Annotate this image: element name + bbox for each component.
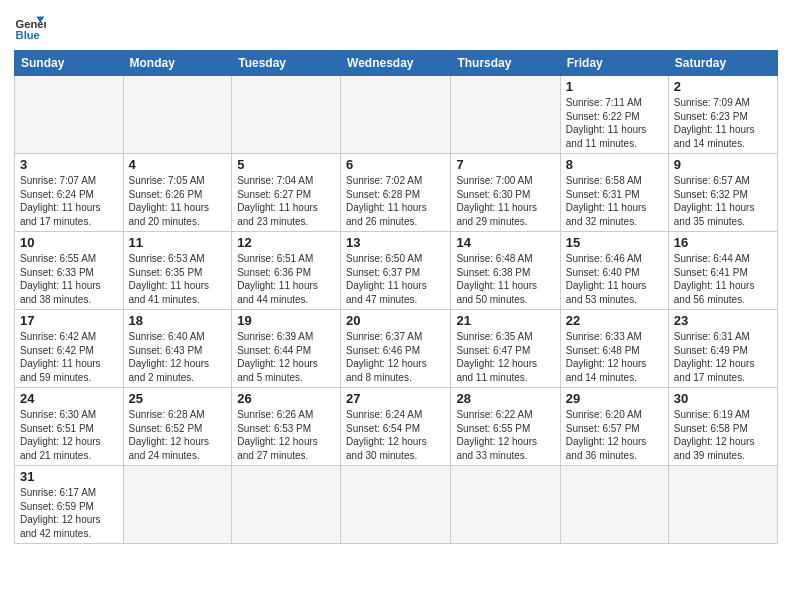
col-header-saturday: Saturday — [668, 51, 777, 76]
day-info: Sunrise: 6:51 AM Sunset: 6:36 PM Dayligh… — [237, 252, 335, 306]
day-info: Sunrise: 7:07 AM Sunset: 6:24 PM Dayligh… — [20, 174, 118, 228]
day-info: Sunrise: 6:46 AM Sunset: 6:40 PM Dayligh… — [566, 252, 663, 306]
day-number: 3 — [20, 157, 118, 172]
day-info: Sunrise: 7:11 AM Sunset: 6:22 PM Dayligh… — [566, 96, 663, 150]
day-number: 31 — [20, 469, 118, 484]
week-row-1: 3Sunrise: 7:07 AM Sunset: 6:24 PM Daylig… — [15, 154, 778, 232]
day-info: Sunrise: 7:04 AM Sunset: 6:27 PM Dayligh… — [237, 174, 335, 228]
calendar-cell: 1Sunrise: 7:11 AM Sunset: 6:22 PM Daylig… — [560, 76, 668, 154]
week-row-4: 24Sunrise: 6:30 AM Sunset: 6:51 PM Dayli… — [15, 388, 778, 466]
calendar-cell: 2Sunrise: 7:09 AM Sunset: 6:23 PM Daylig… — [668, 76, 777, 154]
calendar-cell: 30Sunrise: 6:19 AM Sunset: 6:58 PM Dayli… — [668, 388, 777, 466]
calendar-cell — [451, 466, 560, 544]
day-info: Sunrise: 7:02 AM Sunset: 6:28 PM Dayligh… — [346, 174, 445, 228]
day-number: 1 — [566, 79, 663, 94]
day-info: Sunrise: 6:30 AM Sunset: 6:51 PM Dayligh… — [20, 408, 118, 462]
day-number: 5 — [237, 157, 335, 172]
week-row-5: 31Sunrise: 6:17 AM Sunset: 6:59 PM Dayli… — [15, 466, 778, 544]
day-number: 30 — [674, 391, 772, 406]
calendar-cell: 5Sunrise: 7:04 AM Sunset: 6:27 PM Daylig… — [232, 154, 341, 232]
day-number: 26 — [237, 391, 335, 406]
calendar-cell — [341, 76, 451, 154]
day-number: 12 — [237, 235, 335, 250]
col-header-wednesday: Wednesday — [341, 51, 451, 76]
calendar-table: SundayMondayTuesdayWednesdayThursdayFrid… — [14, 50, 778, 544]
day-number: 9 — [674, 157, 772, 172]
calendar-cell: 16Sunrise: 6:44 AM Sunset: 6:41 PM Dayli… — [668, 232, 777, 310]
day-number: 15 — [566, 235, 663, 250]
day-number: 29 — [566, 391, 663, 406]
calendar-cell: 14Sunrise: 6:48 AM Sunset: 6:38 PM Dayli… — [451, 232, 560, 310]
day-number: 17 — [20, 313, 118, 328]
calendar-cell: 19Sunrise: 6:39 AM Sunset: 6:44 PM Dayli… — [232, 310, 341, 388]
week-row-0: 1Sunrise: 7:11 AM Sunset: 6:22 PM Daylig… — [15, 76, 778, 154]
day-info: Sunrise: 6:22 AM Sunset: 6:55 PM Dayligh… — [456, 408, 554, 462]
day-info: Sunrise: 6:55 AM Sunset: 6:33 PM Dayligh… — [20, 252, 118, 306]
calendar-cell — [341, 466, 451, 544]
day-info: Sunrise: 7:09 AM Sunset: 6:23 PM Dayligh… — [674, 96, 772, 150]
day-number: 16 — [674, 235, 772, 250]
day-info: Sunrise: 6:44 AM Sunset: 6:41 PM Dayligh… — [674, 252, 772, 306]
calendar-cell — [232, 76, 341, 154]
day-info: Sunrise: 6:57 AM Sunset: 6:32 PM Dayligh… — [674, 174, 772, 228]
calendar-cell: 31Sunrise: 6:17 AM Sunset: 6:59 PM Dayli… — [15, 466, 124, 544]
calendar-cell: 21Sunrise: 6:35 AM Sunset: 6:47 PM Dayli… — [451, 310, 560, 388]
day-info: Sunrise: 6:50 AM Sunset: 6:37 PM Dayligh… — [346, 252, 445, 306]
calendar-cell: 23Sunrise: 6:31 AM Sunset: 6:49 PM Dayli… — [668, 310, 777, 388]
day-number: 8 — [566, 157, 663, 172]
day-info: Sunrise: 6:40 AM Sunset: 6:43 PM Dayligh… — [129, 330, 227, 384]
calendar-cell — [668, 466, 777, 544]
calendar-cell: 18Sunrise: 6:40 AM Sunset: 6:43 PM Dayli… — [123, 310, 232, 388]
day-info: Sunrise: 6:24 AM Sunset: 6:54 PM Dayligh… — [346, 408, 445, 462]
col-header-tuesday: Tuesday — [232, 51, 341, 76]
day-info: Sunrise: 6:33 AM Sunset: 6:48 PM Dayligh… — [566, 330, 663, 384]
day-number: 11 — [129, 235, 227, 250]
day-number: 19 — [237, 313, 335, 328]
calendar-cell — [451, 76, 560, 154]
calendar-cell: 29Sunrise: 6:20 AM Sunset: 6:57 PM Dayli… — [560, 388, 668, 466]
day-number: 22 — [566, 313, 663, 328]
calendar-cell: 7Sunrise: 7:00 AM Sunset: 6:30 PM Daylig… — [451, 154, 560, 232]
calendar-cell: 24Sunrise: 6:30 AM Sunset: 6:51 PM Dayli… — [15, 388, 124, 466]
week-row-3: 17Sunrise: 6:42 AM Sunset: 6:42 PM Dayli… — [15, 310, 778, 388]
day-info: Sunrise: 6:48 AM Sunset: 6:38 PM Dayligh… — [456, 252, 554, 306]
day-info: Sunrise: 6:20 AM Sunset: 6:57 PM Dayligh… — [566, 408, 663, 462]
day-number: 7 — [456, 157, 554, 172]
day-info: Sunrise: 6:28 AM Sunset: 6:52 PM Dayligh… — [129, 408, 227, 462]
day-info: Sunrise: 7:00 AM Sunset: 6:30 PM Dayligh… — [456, 174, 554, 228]
calendar-cell — [123, 76, 232, 154]
day-info: Sunrise: 6:35 AM Sunset: 6:47 PM Dayligh… — [456, 330, 554, 384]
day-number: 6 — [346, 157, 445, 172]
calendar-cell: 22Sunrise: 6:33 AM Sunset: 6:48 PM Dayli… — [560, 310, 668, 388]
logo-icon: General Blue — [14, 10, 46, 42]
day-info: Sunrise: 7:05 AM Sunset: 6:26 PM Dayligh… — [129, 174, 227, 228]
day-number: 25 — [129, 391, 227, 406]
col-header-friday: Friday — [560, 51, 668, 76]
calendar-cell: 8Sunrise: 6:58 AM Sunset: 6:31 PM Daylig… — [560, 154, 668, 232]
calendar-cell: 17Sunrise: 6:42 AM Sunset: 6:42 PM Dayli… — [15, 310, 124, 388]
calendar-header-row: SundayMondayTuesdayWednesdayThursdayFrid… — [15, 51, 778, 76]
calendar-cell: 15Sunrise: 6:46 AM Sunset: 6:40 PM Dayli… — [560, 232, 668, 310]
day-info: Sunrise: 6:26 AM Sunset: 6:53 PM Dayligh… — [237, 408, 335, 462]
day-number: 28 — [456, 391, 554, 406]
calendar-cell — [560, 466, 668, 544]
col-header-monday: Monday — [123, 51, 232, 76]
day-number: 4 — [129, 157, 227, 172]
day-number: 21 — [456, 313, 554, 328]
calendar-cell: 13Sunrise: 6:50 AM Sunset: 6:37 PM Dayli… — [341, 232, 451, 310]
day-info: Sunrise: 6:42 AM Sunset: 6:42 PM Dayligh… — [20, 330, 118, 384]
day-number: 27 — [346, 391, 445, 406]
calendar-cell: 10Sunrise: 6:55 AM Sunset: 6:33 PM Dayli… — [15, 232, 124, 310]
day-number: 24 — [20, 391, 118, 406]
svg-text:Blue: Blue — [16, 29, 40, 41]
day-info: Sunrise: 6:39 AM Sunset: 6:44 PM Dayligh… — [237, 330, 335, 384]
day-info: Sunrise: 6:17 AM Sunset: 6:59 PM Dayligh… — [20, 486, 118, 540]
day-number: 23 — [674, 313, 772, 328]
day-info: Sunrise: 6:58 AM Sunset: 6:31 PM Dayligh… — [566, 174, 663, 228]
calendar-cell: 4Sunrise: 7:05 AM Sunset: 6:26 PM Daylig… — [123, 154, 232, 232]
day-info: Sunrise: 6:31 AM Sunset: 6:49 PM Dayligh… — [674, 330, 772, 384]
day-number: 20 — [346, 313, 445, 328]
calendar-cell: 27Sunrise: 6:24 AM Sunset: 6:54 PM Dayli… — [341, 388, 451, 466]
day-number: 18 — [129, 313, 227, 328]
col-header-thursday: Thursday — [451, 51, 560, 76]
